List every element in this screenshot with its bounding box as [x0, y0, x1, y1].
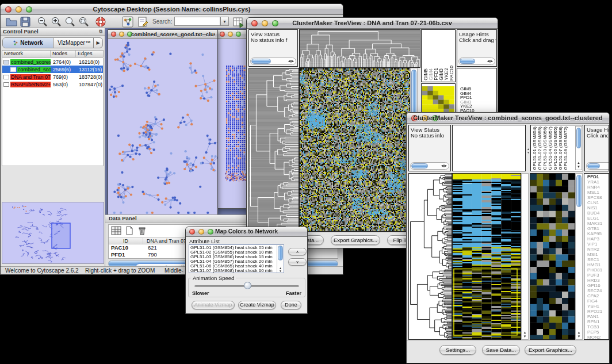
network-row[interactable]: combined_sco2569(6)13112(15)	[2, 66, 103, 73]
gene-label[interactable]: KAP95	[586, 231, 602, 236]
search-dropdown-icon[interactable]: ▼	[220, 17, 229, 26]
network-row[interactable]: combined_scores2764(0)16218(0)	[2, 58, 103, 66]
tab-network[interactable]: Network	[3, 38, 53, 48]
zoom-selected-icon[interactable]	[78, 16, 90, 28]
col-id[interactable]: ID	[109, 238, 143, 244]
gene-label[interactable]: GPI16	[586, 283, 602, 288]
column-label[interactable]: GPL51-07 (GSM868)	[558, 127, 563, 170]
gene-label[interactable]: SPC98	[586, 195, 602, 200]
tab-overflow-icon[interactable]: ▶	[93, 38, 102, 48]
tv2-settings-button[interactable]: Settings...	[439, 345, 476, 355]
gene-label[interactable]: MAK31	[586, 221, 602, 226]
tv2-save-data-button[interactable]: Save Data...	[482, 345, 520, 355]
tv2-row-dendrogram[interactable]	[408, 173, 452, 340]
network1-view[interactable]	[108, 39, 217, 215]
attribute-list[interactable]: GPL51-01 (GSM854) heat shock 05 minGPL51…	[189, 244, 284, 273]
search-input[interactable]	[174, 17, 220, 26]
tv2-label-arrows[interactable]: ▲▼	[526, 147, 530, 154]
speed-slider-thumb[interactable]	[244, 282, 251, 289]
tv2-zoom-vscrollbar[interactable]: ▲▼	[575, 173, 583, 340]
dialog-titlebar[interactable]: Map Colors to Network	[186, 227, 307, 237]
gene-label[interactable]: PHO81	[586, 267, 602, 273]
column-label[interactable]: GPL51-08 (GSM872)	[563, 127, 568, 170]
column-label[interactable]: GPL51-01 (GSM854)	[532, 127, 537, 170]
gene-label[interactable]: SEC1	[586, 257, 602, 262]
animate-vizmap-button[interactable]: Animate Vizmap	[192, 301, 235, 309]
tv1-correlation-matrix[interactable]	[422, 86, 454, 113]
col-network[interactable]: Network	[2, 51, 51, 57]
tv2-export-graphics-button[interactable]: Export Graphics...	[525, 345, 576, 355]
gene-label[interactable]: FIG4	[586, 298, 602, 304]
gene-label[interactable]: PUF3	[586, 273, 602, 278]
attribute-list-scrollbar[interactable]: ▲▼	[277, 245, 284, 273]
gene-label[interactable]: NIS1	[586, 205, 602, 210]
attribute-table-icon[interactable]	[111, 226, 121, 235]
tv2-heatmap[interactable]	[452, 173, 521, 340]
help-lifebuoy-icon[interactable]	[94, 16, 107, 28]
gene-label[interactable]: HAP3	[586, 236, 602, 242]
tv1-export-graphics-button[interactable]: Export Graphics...	[331, 235, 380, 245]
done-button[interactable]: Done	[281, 301, 301, 309]
network-row[interactable]: RNAPuberNov2+563(0)107847(0)	[2, 81, 103, 88]
gene-label[interactable]: BUD4	[586, 210, 602, 216]
column-label[interactable]: GPL51-04 (GSM857)	[548, 127, 553, 170]
zoom-icon[interactable]	[236, 32, 241, 37]
tv1-column-dendrogram[interactable]	[299, 29, 420, 68]
move-up-button[interactable]: ∧	[288, 248, 307, 255]
close-icon[interactable]	[111, 32, 116, 37]
new-attribute-icon[interactable]	[125, 226, 134, 235]
gene-label[interactable]: RPO21	[586, 309, 602, 314]
gene-label[interactable]: GTB1	[586, 226, 602, 231]
network1-titlebar[interactable]: combined_scores_good.txt--cluste...	[108, 30, 217, 39]
network-overview-icon[interactable]	[121, 16, 134, 28]
tv2-labels-vscrollbar[interactable]: ▲▼	[575, 126, 582, 170]
column-label[interactable]: GPL51-02 (GSM855)	[537, 127, 542, 170]
gene-label[interactable]: CPA2	[586, 293, 602, 298]
tv2-zoom-heatmap[interactable]	[530, 173, 575, 340]
gene-label[interactable]: MON2	[586, 335, 602, 340]
main-titlebar[interactable]: Cytoscape Desktop (Session Name: collins…	[1, 4, 343, 15]
gene-label[interactable]: HMG1	[586, 262, 602, 267]
tv2-status-scrollbar[interactable]: ◀▶	[410, 162, 449, 170]
tv1-titlebar[interactable]: ClusterMaker TreeView : DNA and Tran 07-…	[247, 18, 498, 29]
gene-label[interactable]: VIP1	[586, 242, 602, 247]
move-down-button[interactable]: ∨	[288, 258, 307, 266]
annotation-icon[interactable]	[136, 16, 149, 28]
tv1-status-scrollbar[interactable]: ◀▶	[250, 58, 296, 65]
gene-label[interactable]: MSI1	[586, 252, 602, 257]
col-edges[interactable]: Edges	[76, 51, 103, 57]
tv2-column-dendrogram-area[interactable]	[452, 125, 526, 171]
column-label[interactable]: PAC10	[449, 66, 454, 81]
tv2-hints-scrollbar[interactable]	[586, 162, 609, 170]
save-icon[interactable]	[19, 16, 32, 28]
tv1-gene-list[interactable]: GIM5GIM4PFD1GIM3YKE2PAC10	[458, 87, 475, 113]
col-nodes[interactable]: Nodes	[51, 51, 76, 57]
gene-label[interactable]: HRD3	[586, 278, 602, 283]
zoom-out-icon[interactable]	[36, 16, 49, 28]
close-icon[interactable]	[220, 32, 225, 37]
birdseye-navigator[interactable]	[2, 202, 104, 264]
gene-label[interactable]: YRA1	[586, 179, 602, 185]
tv1-hints-scrollbar[interactable]: ◀▶	[458, 58, 495, 65]
gene-label[interactable]: PAN1	[586, 314, 602, 319]
open-folder-icon[interactable]	[5, 16, 18, 28]
zoom-fit-icon[interactable]	[64, 16, 76, 28]
tab-vizmapper[interactable]: VizMapper™	[53, 38, 95, 48]
gene-label[interactable]: RPN1	[586, 319, 602, 324]
tv2-titlebar[interactable]: ClusterMaker TreeView : combined_scores_…	[407, 113, 609, 124]
gene-label[interactable]: YSH1	[586, 304, 602, 309]
tv2-heatmap-vscrollbar[interactable]: ▲▼	[521, 173, 529, 340]
delete-attribute-icon[interactable]	[137, 226, 147, 235]
gene-label[interactable]: PFD1	[586, 174, 602, 179]
import-table-icon[interactable]	[232, 16, 244, 28]
float-panel-icon[interactable]: ⧉	[99, 29, 102, 35]
column-label[interactable]: GPL51-03 (GSM856)	[542, 127, 548, 170]
attribute-item[interactable]: GPL51-07 (GSM868) heat shock 60 min	[190, 269, 276, 273]
minimize-icon[interactable]	[228, 32, 233, 37]
gene-label[interactable]: NTR2	[586, 247, 602, 252]
zoom-in-icon[interactable]	[50, 16, 63, 28]
tv2-gene-list[interactable]: PFD1YRA1RNR4MSL1SPC98CLN1NIS1BUD4ELG1MAK…	[585, 174, 602, 340]
minimize-icon[interactable]	[119, 32, 124, 37]
gene-label[interactable]: RNR4	[586, 185, 602, 190]
gene-label[interactable]: PEP5	[586, 329, 602, 335]
